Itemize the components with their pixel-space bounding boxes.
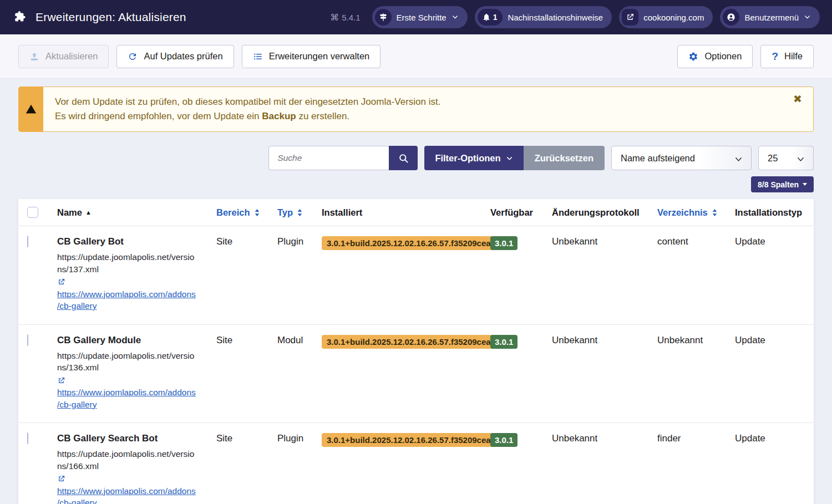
available-version-badge: 3.0.1: [490, 236, 518, 250]
update-site-url: https://update.joomlapolis.net/versions/…: [57, 350, 197, 374]
client-cell: Site: [211, 433, 272, 444]
main-content: Vor dem Update ist zu prüfen, ob dieses …: [0, 79, 832, 504]
table-row: CB Gallery Module https://update.joomlap…: [18, 325, 814, 424]
extension-info-url[interactable]: https://www.joomlapolis.com/addons/cb-ga…: [57, 388, 196, 409]
caret-down-icon: [803, 183, 807, 186]
messages-count-badge: 1: [493, 13, 498, 22]
reset-button[interactable]: Zurücksetzen: [524, 146, 605, 170]
warning-alert: Vor dem Update ist zu prüfen, ob dieses …: [18, 86, 814, 132]
header-folder[interactable]: Verzeichnis: [652, 207, 729, 218]
search-group: [268, 146, 418, 170]
warning-triangle-icon: [26, 104, 37, 115]
sort-both-icon: [253, 208, 261, 217]
question-mark-icon: ?: [772, 50, 778, 63]
help-button[interactable]: ? Hilfe: [760, 45, 814, 68]
site-preview-link[interactable]: cookooning.com: [619, 6, 713, 28]
manage-extensions-button[interactable]: Erweiterungen verwalten: [242, 45, 381, 68]
changelog-cell: Unbekannt: [546, 335, 652, 346]
header-name: Name▲: [47, 207, 211, 218]
available-version-badge: 3.0.1: [490, 433, 518, 447]
type-cell: Plugin: [272, 433, 316, 444]
header-installed: Installiert: [316, 207, 483, 218]
sort-select[interactable]: Name aufsteigend: [611, 146, 752, 170]
search-icon: [398, 153, 409, 164]
upload-icon: [29, 52, 39, 62]
external-link-icon: [57, 376, 65, 385]
header-client[interactable]: Bereich: [211, 207, 272, 218]
limit-select[interactable]: 25: [758, 146, 814, 170]
warning-line-1: Vor dem Update ist zu prüfen, ob dieses …: [55, 95, 783, 109]
filter-bar: Filter-Optionen Zurücksetzen Name aufste…: [18, 146, 814, 170]
sort-both-icon: [296, 208, 303, 217]
installed-version-badge: 3.0.1+build.2025.12.02.16.26.57.f35209ce…: [322, 335, 496, 349]
row-checkbox[interactable]: [27, 432, 28, 444]
joomla-version: ⌘5.4.1: [330, 12, 360, 23]
user-menu-label: Benutzermenü: [744, 13, 799, 22]
bell-icon: 1: [478, 9, 503, 26]
user-menu[interactable]: Benutzermenü: [720, 6, 820, 28]
header-type[interactable]: Typ: [272, 207, 316, 218]
table-row: CB Gallery Search Bot https://update.joo…: [18, 423, 814, 504]
user-icon: [723, 9, 739, 26]
extension-info-url[interactable]: https://www.joomlapolis.com/addons/cb-ga…: [57, 486, 196, 504]
brand: Erweiterungen: Aktualisieren: [13, 10, 186, 24]
client-cell: Site: [211, 236, 272, 247]
external-link-icon: [57, 475, 65, 483]
row-checkbox[interactable]: [27, 236, 28, 247]
warning-message: Vor dem Update ist zu prüfen, ob dieses …: [43, 86, 814, 132]
header-install-type: Installationstyp: [729, 207, 814, 218]
signpost-icon: [375, 9, 392, 26]
extension-name: CB Gallery Module: [57, 335, 211, 346]
close-icon[interactable]: ✖: [793, 94, 802, 104]
extension-name: CB Gallery Search Bot: [57, 433, 211, 444]
folder-cell: content: [652, 236, 729, 247]
extension-info-link: https://www.joomlapolis.com/addons/cb-ga…: [57, 473, 197, 504]
messages-label: Nachinstallationshinweise: [508, 13, 603, 22]
extension-name: CB Gallery Bot: [57, 236, 211, 247]
installed-version-badge: 3.0.1+build.2025.12.02.16.26.57.f35209ce…: [322, 433, 496, 447]
chevron-down-icon: [804, 13, 811, 22]
header-available: Verfügbar: [483, 207, 546, 218]
update-site-url: https://update.joomlapolis.net/versions/…: [57, 448, 197, 472]
check-updates-button[interactable]: Auf Updates prüfen: [116, 45, 234, 68]
refresh-icon: [128, 52, 138, 62]
external-link-icon: [57, 278, 65, 286]
changelog-cell: Unbekannt: [546, 236, 652, 247]
folder-cell: finder: [652, 433, 729, 444]
warning-line-2: Es wird dringend empfohlen, vor dem Upda…: [55, 109, 783, 124]
extension-info-link: https://www.joomlapolis.com/addons/cb-ga…: [57, 276, 197, 312]
sort-asc-icon: ▲: [85, 209, 92, 216]
chevron-down-icon: [506, 155, 513, 162]
sort-select-value: Name aufsteigend: [621, 153, 695, 164]
chevron-down-icon: [451, 13, 459, 22]
extension-info-link: https://www.joomlapolis.com/addons/cb-ga…: [57, 375, 197, 411]
installed-version-badge: 3.0.1+build.2025.12.02.16.26.57.f35209ce…: [322, 236, 496, 250]
filter-buttons: Filter-Optionen Zurücksetzen: [424, 146, 605, 170]
filter-options-button[interactable]: Filter-Optionen: [424, 146, 523, 170]
page-title: Erweiterungen: Aktualisieren: [35, 11, 186, 24]
select-all-checkbox[interactable]: [27, 207, 38, 218]
gear-icon: [688, 52, 698, 62]
update-site-url: https://update.joomlapolis.net/versions/…: [57, 251, 197, 275]
folder-cell: Unbekannt: [652, 335, 729, 346]
row-checkbox[interactable]: [27, 334, 28, 346]
toolbar: Aktualisieren Auf Updates prüfen Erweite…: [0, 34, 832, 79]
header-changelog: Änderungsprotokoll: [546, 207, 652, 218]
chevron-down-icon: [797, 155, 805, 165]
table-header-row: Name▲ Bereich Typ Installiert Verfügbar …: [18, 199, 814, 226]
post-installation-messages[interactable]: 1 Nachinstallationshinweise: [475, 6, 612, 28]
list-icon: [253, 52, 263, 62]
available-version-badge: 3.0.1: [490, 335, 518, 349]
columns-toggle-button[interactable]: 8/8 Spalten: [751, 176, 814, 192]
search-input[interactable]: [268, 146, 389, 170]
update-button[interactable]: Aktualisieren: [18, 45, 109, 68]
install-type-cell: Update: [729, 335, 814, 346]
columns-row: 8/8 Spalten: [18, 176, 814, 192]
search-button[interactable]: [389, 146, 418, 170]
extension-info-url[interactable]: https://www.joomlapolis.com/addons/cb-ga…: [57, 289, 196, 311]
site-link-label: cookooning.com: [643, 13, 704, 22]
external-link-icon: [622, 9, 638, 26]
options-button[interactable]: Optionen: [677, 45, 753, 68]
puzzle-icon: [13, 10, 28, 24]
quick-start-menu[interactable]: Erste Schritte: [372, 6, 468, 28]
